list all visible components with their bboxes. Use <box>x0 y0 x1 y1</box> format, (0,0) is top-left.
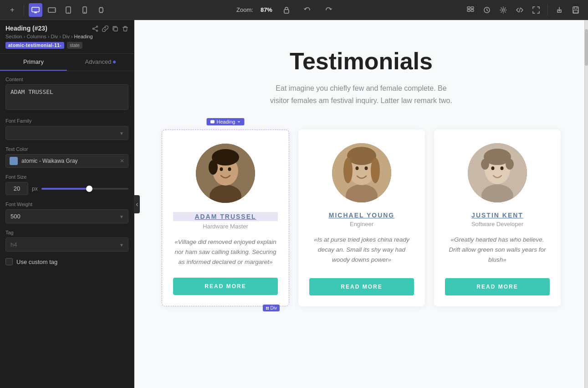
font-family-label: Font Family <box>5 118 128 124</box>
tabs-row: Primary Advanced <box>0 54 134 71</box>
panel-body: Content Font Family ▼ Text Color atomi <box>0 71 134 271</box>
section-subtitle: Eat imagine you chiefly few and female c… <box>270 82 452 107</box>
tag-display[interactable]: h4 <box>5 238 128 252</box>
card-2[interactable]: MICHAEL YOUNG Engineer «Is at purse trie… <box>298 129 425 306</box>
main-area: Heading (#23) Sectio <box>0 20 588 388</box>
font-family-select-wrapper: ▼ <box>5 126 128 140</box>
cards-row: Heading <box>162 129 561 306</box>
redo-icon[interactable] <box>322 3 335 17</box>
card-3[interactable]: JUSTIN KENT Software Developer «Greatly … <box>434 129 561 306</box>
add-element-icon[interactable]: + <box>5 3 19 17</box>
svg-point-56 <box>501 166 504 170</box>
font-size-slider-thumb[interactable] <box>86 186 92 192</box>
link-icon[interactable] <box>102 26 108 33</box>
card-name-2: MICHAEL YOUNG <box>329 212 395 219</box>
zoom-value[interactable]: 87% <box>261 6 272 13</box>
svg-rect-14 <box>284 10 289 13</box>
duplicate-icon[interactable] <box>112 26 118 33</box>
class-badge[interactable]: atomic-testimonial-11- <box>5 42 64 49</box>
svg-rect-0 <box>32 7 39 12</box>
text-color-swatch-row[interactable]: atomic - Waikawa Gray ✕ <box>5 154 128 168</box>
delete-icon[interactable] <box>122 26 128 33</box>
scrollbar-thumb[interactable] <box>585 29 588 66</box>
svg-rect-41 <box>267 307 269 308</box>
color-label: atomic - Waikawa Gray <box>21 158 116 164</box>
panel-title: Heading (#23) <box>5 25 47 32</box>
color-swatch <box>10 157 18 165</box>
section-title: Testimonials <box>162 47 561 75</box>
svg-rect-24 <box>573 10 578 13</box>
toolbar-right <box>464 3 583 17</box>
font-size-field-group: Font Size px <box>5 174 128 195</box>
watch-icon[interactable] <box>94 3 108 17</box>
tablet-portrait-icon[interactable] <box>61 3 75 17</box>
svg-rect-42 <box>266 308 267 310</box>
card-quote-1: «Village did removed enjoyed explain nor… <box>173 237 278 267</box>
svg-point-25 <box>97 26 98 27</box>
font-size-unit: px <box>32 186 38 192</box>
use-custom-tag-row[interactable]: Use custom tag <box>5 258 128 265</box>
card-name-1: ADAM TRUSSEL <box>173 212 278 221</box>
heading-badge-label: Heading <box>217 119 235 124</box>
desktop-view-icon[interactable] <box>29 3 42 17</box>
svg-point-55 <box>491 166 495 170</box>
card-role-2: Engineer <box>350 221 373 228</box>
breadcrumb: Section › Columns › Div › Div › Heading <box>5 34 128 39</box>
card-quote-3: «Greatly hearted has who believe. Drift … <box>445 235 550 267</box>
text-color-field-group: Text Color atomic - Waikawa Gray ✕ <box>5 146 128 168</box>
font-size-row: px <box>5 182 128 195</box>
svg-rect-9 <box>99 8 103 12</box>
clock-icon[interactable] <box>480 3 494 17</box>
avatar-1 <box>196 144 255 203</box>
svg-point-6 <box>68 12 69 13</box>
card-role-1: Hardware Master <box>203 223 248 230</box>
tag-field-group: Tag h4 ▼ <box>5 230 128 252</box>
panel-collapse-handle[interactable]: ‹ <box>134 195 140 213</box>
custom-tag-label: Use custom tag <box>16 259 57 265</box>
undo-icon[interactable] <box>301 3 314 17</box>
custom-tag-checkbox[interactable] <box>5 258 13 265</box>
read-more-btn-1[interactable]: READ MORE <box>173 278 278 295</box>
scrollbar[interactable] <box>584 20 588 388</box>
settings-icon[interactable] <box>496 3 510 17</box>
card-quote-2: «Is at purse tried jokes china ready dec… <box>309 235 414 267</box>
fullscreen-icon[interactable] <box>529 3 543 17</box>
canvas-content: Testimonials Eat imagine you chiefly few… <box>134 20 588 388</box>
font-weight-select[interactable]: 500 <box>5 209 128 223</box>
svg-rect-31 <box>211 120 215 123</box>
grid-layout-icon[interactable] <box>464 3 477 17</box>
svg-point-37 <box>228 167 231 171</box>
svg-point-39 <box>209 160 218 175</box>
content-label: Content <box>5 77 128 82</box>
font-weight-select-wrapper: 500 ▼ <box>5 209 128 223</box>
card-1[interactable]: Heading <box>162 129 289 306</box>
read-more-btn-3[interactable]: READ MORE <box>445 278 550 295</box>
tag-label: Tag <box>5 230 128 235</box>
share-icon[interactable] <box>92 26 98 33</box>
font-size-slider-track[interactable] <box>41 188 128 190</box>
read-more-btn-2[interactable]: READ MORE <box>309 278 414 295</box>
svg-point-59 <box>506 159 514 170</box>
svg-rect-43 <box>267 308 269 310</box>
tablet-landscape-icon[interactable] <box>45 3 59 17</box>
tab-primary[interactable]: Primary <box>0 54 67 71</box>
content-input[interactable] <box>5 84 128 110</box>
testimonials-section: Testimonials Eat imagine you chiefly few… <box>134 20 588 388</box>
heading-badge: Heading <box>207 118 245 125</box>
font-family-select[interactable] <box>5 126 128 140</box>
svg-point-51 <box>371 158 380 183</box>
state-badge[interactable]: state <box>67 42 82 49</box>
code-icon[interactable] <box>513 3 527 17</box>
toolbar-sep-2 <box>547 5 548 16</box>
font-size-input[interactable] <box>5 182 28 195</box>
content-field-group: Content <box>5 77 128 112</box>
export-icon[interactable] <box>552 3 566 17</box>
tab-advanced[interactable]: Advanced <box>67 54 134 71</box>
svg-point-4 <box>54 10 55 10</box>
lock-icon[interactable] <box>280 3 293 17</box>
mobile-icon[interactable] <box>78 3 92 17</box>
svg-rect-40 <box>266 307 267 308</box>
svg-rect-30 <box>114 27 118 31</box>
color-remove-icon[interactable]: ✕ <box>120 158 124 164</box>
save-icon[interactable] <box>569 3 583 17</box>
